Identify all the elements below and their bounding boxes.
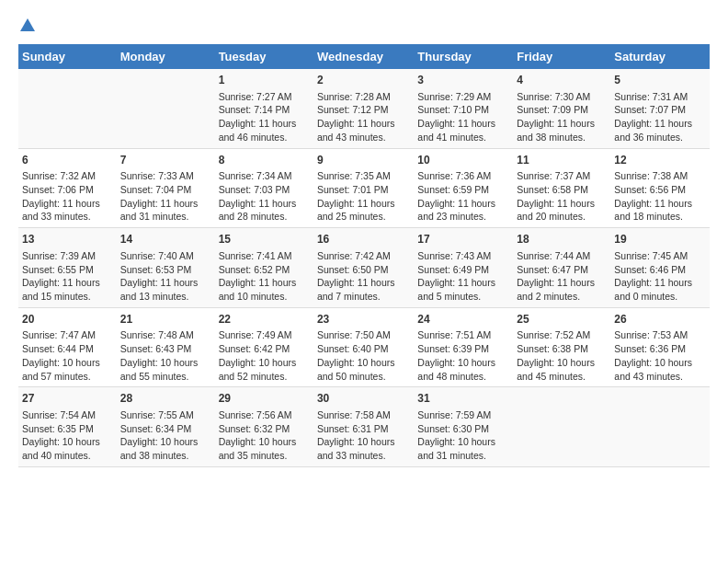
calendar-day-cell: 30Sunrise: 7:58 AMSunset: 6:31 PMDayligh… [313, 387, 414, 467]
day-number: 5 [614, 73, 706, 88]
day-number: 11 [517, 153, 607, 168]
calendar-week-row: 13Sunrise: 7:39 AMSunset: 6:55 PMDayligh… [18, 228, 710, 308]
day-info: Sunrise: 7:34 AMSunset: 7:03 PMDaylight:… [219, 169, 310, 224]
weekday-header: Saturday [610, 44, 710, 69]
day-info: Sunrise: 7:28 AMSunset: 7:12 PMDaylight:… [317, 90, 410, 144]
day-number: 31 [417, 391, 509, 407]
weekday-header: Sunday [18, 44, 117, 69]
calendar-day-cell: 29Sunrise: 7:56 AMSunset: 6:32 PMDayligh… [215, 387, 313, 467]
day-number: 27 [22, 391, 113, 407]
calendar-day-cell: 27Sunrise: 7:54 AMSunset: 6:35 PMDayligh… [18, 387, 117, 467]
calendar-day-cell: 10Sunrise: 7:36 AMSunset: 6:59 PMDayligh… [414, 148, 513, 228]
calendar-day-cell [18, 69, 117, 148]
day-info: Sunrise: 7:42 AMSunset: 6:50 PMDaylight:… [317, 249, 410, 304]
calendar-day-cell: 20Sunrise: 7:47 AMSunset: 6:44 PMDayligh… [18, 307, 117, 387]
day-number: 10 [417, 153, 509, 168]
calendar-day-cell: 15Sunrise: 7:41 AMSunset: 6:52 PMDayligh… [215, 228, 313, 308]
calendar-day-cell: 28Sunrise: 7:55 AMSunset: 6:34 PMDayligh… [117, 387, 215, 467]
day-info: Sunrise: 7:59 AMSunset: 6:30 PMDaylight:… [417, 408, 509, 463]
calendar-day-cell: 23Sunrise: 7:50 AMSunset: 6:40 PMDayligh… [313, 307, 414, 387]
day-number: 4 [517, 73, 607, 88]
day-number: 14 [120, 232, 211, 247]
day-info: Sunrise: 7:55 AMSunset: 6:34 PMDaylight:… [120, 408, 211, 463]
weekday-header: Thursday [414, 44, 513, 69]
calendar-day-cell: 12Sunrise: 7:38 AMSunset: 6:56 PMDayligh… [610, 148, 710, 228]
day-info: Sunrise: 7:32 AMSunset: 7:06 PMDaylight:… [22, 169, 113, 224]
day-number: 30 [317, 391, 410, 407]
calendar-day-cell: 4Sunrise: 7:30 AMSunset: 7:09 PMDaylight… [513, 69, 610, 148]
calendar-day-cell: 25Sunrise: 7:52 AMSunset: 6:38 PMDayligh… [513, 307, 610, 387]
day-number: 28 [120, 391, 211, 407]
day-number: 20 [22, 312, 113, 327]
day-number: 13 [22, 232, 113, 247]
day-number: 21 [120, 312, 211, 327]
day-number: 2 [317, 73, 410, 88]
calendar-day-cell: 19Sunrise: 7:45 AMSunset: 6:46 PMDayligh… [610, 228, 710, 308]
calendar-week-row: 6Sunrise: 7:32 AMSunset: 7:06 PMDaylight… [18, 148, 710, 228]
day-number: 12 [614, 153, 706, 168]
day-info: Sunrise: 7:40 AMSunset: 6:53 PMDaylight:… [120, 249, 211, 304]
day-number: 18 [517, 232, 607, 247]
calendar-week-row: 27Sunrise: 7:54 AMSunset: 6:35 PMDayligh… [18, 387, 710, 467]
day-info: Sunrise: 7:33 AMSunset: 7:04 PMDaylight:… [120, 169, 211, 224]
day-info: Sunrise: 7:54 AMSunset: 6:35 PMDaylight:… [22, 408, 113, 463]
day-info: Sunrise: 7:49 AMSunset: 6:42 PMDaylight:… [219, 328, 310, 383]
svg-marker-0 [20, 18, 35, 31]
day-number: 24 [417, 312, 509, 327]
calendar-day-cell: 3Sunrise: 7:29 AMSunset: 7:10 PMDaylight… [414, 69, 513, 148]
day-number: 6 [22, 153, 113, 168]
calendar-day-cell [610, 387, 710, 467]
calendar-day-cell: 7Sunrise: 7:33 AMSunset: 7:04 PMDaylight… [117, 148, 215, 228]
day-number: 19 [614, 232, 706, 247]
calendar-day-cell: 14Sunrise: 7:40 AMSunset: 6:53 PMDayligh… [117, 228, 215, 308]
day-number: 1 [219, 73, 310, 88]
day-number: 9 [317, 153, 410, 168]
day-info: Sunrise: 7:52 AMSunset: 6:38 PMDaylight:… [517, 328, 607, 383]
calendar-week-row: 20Sunrise: 7:47 AMSunset: 6:44 PMDayligh… [18, 307, 710, 387]
calendar-day-cell: 9Sunrise: 7:35 AMSunset: 7:01 PMDaylight… [313, 148, 414, 228]
day-number: 29 [219, 391, 310, 407]
calendar-day-cell [117, 69, 215, 148]
calendar-day-cell: 26Sunrise: 7:53 AMSunset: 6:36 PMDayligh… [610, 307, 710, 387]
weekday-header: Friday [513, 44, 610, 69]
calendar-day-cell: 21Sunrise: 7:48 AMSunset: 6:43 PMDayligh… [117, 307, 215, 387]
logo-arrow-icon [20, 18, 35, 35]
day-info: Sunrise: 7:35 AMSunset: 7:01 PMDaylight:… [317, 169, 410, 224]
day-number: 22 [219, 312, 310, 327]
day-info: Sunrise: 7:44 AMSunset: 6:47 PMDaylight:… [517, 249, 607, 304]
page-header [18, 18, 710, 35]
day-number: 23 [317, 312, 410, 327]
day-info: Sunrise: 7:37 AMSunset: 6:58 PMDaylight:… [517, 169, 607, 224]
calendar-day-cell: 18Sunrise: 7:44 AMSunset: 6:47 PMDayligh… [513, 228, 610, 308]
calendar-day-cell: 24Sunrise: 7:51 AMSunset: 6:39 PMDayligh… [414, 307, 513, 387]
day-info: Sunrise: 7:27 AMSunset: 7:14 PMDaylight:… [219, 90, 310, 144]
day-info: Sunrise: 7:38 AMSunset: 6:56 PMDaylight:… [614, 169, 706, 224]
calendar-day-cell: 13Sunrise: 7:39 AMSunset: 6:55 PMDayligh… [18, 228, 117, 308]
calendar-day-cell: 6Sunrise: 7:32 AMSunset: 7:06 PMDaylight… [18, 148, 117, 228]
day-info: Sunrise: 7:45 AMSunset: 6:46 PMDaylight:… [614, 249, 706, 304]
day-number: 26 [614, 312, 706, 327]
day-number: 16 [317, 232, 410, 247]
day-info: Sunrise: 7:39 AMSunset: 6:55 PMDaylight:… [22, 249, 113, 304]
calendar-day-cell [513, 387, 610, 467]
calendar-day-cell: 2Sunrise: 7:28 AMSunset: 7:12 PMDaylight… [313, 69, 414, 148]
logo [18, 18, 35, 35]
day-info: Sunrise: 7:56 AMSunset: 6:32 PMDaylight:… [219, 408, 310, 463]
calendar-header: SundayMondayTuesdayWednesdayThursdayFrid… [18, 44, 710, 69]
weekday-header: Tuesday [215, 44, 313, 69]
day-info: Sunrise: 7:43 AMSunset: 6:49 PMDaylight:… [417, 249, 509, 304]
day-number: 15 [219, 232, 310, 247]
calendar-day-cell: 1Sunrise: 7:27 AMSunset: 7:14 PMDaylight… [215, 69, 313, 148]
calendar-day-cell: 5Sunrise: 7:31 AMSunset: 7:07 PMDaylight… [610, 69, 710, 148]
calendar-week-row: 1Sunrise: 7:27 AMSunset: 7:14 PMDaylight… [18, 69, 710, 148]
day-info: Sunrise: 7:30 AMSunset: 7:09 PMDaylight:… [517, 90, 607, 144]
day-info: Sunrise: 7:29 AMSunset: 7:10 PMDaylight:… [417, 90, 509, 144]
weekday-row: SundayMondayTuesdayWednesdayThursdayFrid… [18, 44, 710, 69]
day-info: Sunrise: 7:50 AMSunset: 6:40 PMDaylight:… [317, 328, 410, 383]
day-info: Sunrise: 7:47 AMSunset: 6:44 PMDaylight:… [22, 328, 113, 383]
weekday-header: Wednesday [313, 44, 414, 69]
calendar-day-cell: 31Sunrise: 7:59 AMSunset: 6:30 PMDayligh… [414, 387, 513, 467]
weekday-header: Monday [117, 44, 215, 69]
day-number: 8 [219, 153, 310, 168]
day-number: 25 [517, 312, 607, 327]
